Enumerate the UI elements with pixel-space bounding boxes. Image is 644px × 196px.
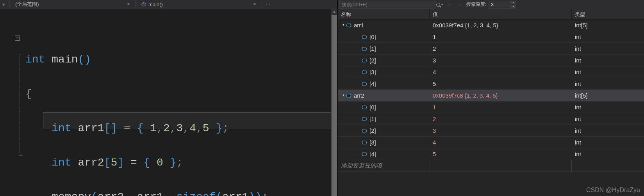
variable-icon xyxy=(362,152,367,157)
spinner-down-icon[interactable]: ▼ xyxy=(510,5,516,9)
scroll-thumb[interactable] xyxy=(332,15,337,196)
scroll-track[interactable] xyxy=(331,15,337,196)
variable-icon xyxy=(362,105,367,110)
variable-name: arr1 xyxy=(354,22,364,29)
variable-icon xyxy=(362,35,367,39)
variable-icon xyxy=(362,58,367,63)
variable-name: [2] xyxy=(369,127,376,134)
variable-name: arr2 xyxy=(354,92,364,99)
editor-body: − int main() { int arr1[] = { 1,2,3,4,5 … xyxy=(0,9,337,196)
variable-type: int xyxy=(572,69,644,75)
scope-dropdown[interactable]: (全局范围) xyxy=(12,0,133,9)
watch-row[interactable]: [4]5int xyxy=(338,78,644,90)
variable-value: 0x0039f7e4 {1, 2, 3, 4, 5} xyxy=(430,22,572,29)
watch-header: 名称 值 类型 xyxy=(338,9,644,20)
variable-icon xyxy=(362,70,367,75)
function-dropdown[interactable]: main() xyxy=(138,0,259,9)
watch-pane: ← → 搜索深度: ▲ ▼ 名称 值 类型 arr10x0039f7e4 {1,… xyxy=(338,0,644,196)
variable-value: 5 xyxy=(430,151,572,157)
watch-row[interactable]: [3]4int xyxy=(338,66,644,78)
nav-next-icon[interactable]: → xyxy=(455,1,462,8)
watch-row[interactable]: [2]3int xyxy=(338,125,644,137)
search-icon xyxy=(436,3,440,7)
variable-icon xyxy=(362,46,367,51)
column-header-name[interactable]: 名称 xyxy=(338,9,430,19)
search-button[interactable] xyxy=(435,1,444,9)
variable-name: [1] xyxy=(369,45,376,52)
variable-type: int xyxy=(572,116,644,122)
depth-label: 搜索深度: xyxy=(466,1,486,8)
variable-type: int xyxy=(572,45,644,52)
spinner-up-icon[interactable]: ▲ xyxy=(510,1,516,5)
nav-prev-icon[interactable]: ← xyxy=(447,1,454,8)
add-watch-row[interactable]: 添加要监视的项 xyxy=(338,160,644,172)
expander-icon[interactable] xyxy=(340,93,345,98)
variable-type: int xyxy=(572,34,644,40)
watch-row[interactable]: arr10x0039f7e4 {1, 2, 3, 4, 5}int[5] xyxy=(338,20,644,31)
variable-name: [4] xyxy=(369,151,376,157)
variable-name: [0] xyxy=(369,104,376,110)
variable-name: [3] xyxy=(369,139,376,146)
editor-toolbar: ▾ (全局范围) main() ↔ xyxy=(0,0,337,9)
variable-icon xyxy=(346,23,351,28)
variable-value: 0x0039f7c8 {1, 2, 3, 4, 5} xyxy=(430,92,572,99)
watch-row[interactable]: [1]2int xyxy=(338,43,644,55)
variable-name: [1] xyxy=(369,116,376,122)
variable-type: int[5] xyxy=(572,22,644,29)
watch-body: arr10x0039f7e4 {1, 2, 3, 4, 5}int[5][0]1… xyxy=(338,20,644,196)
nav-back-icon[interactable]: ▾ xyxy=(0,1,7,8)
add-watch-label: 添加要监视的项 xyxy=(338,162,430,169)
variable-type: int xyxy=(572,127,644,134)
variable-type: int xyxy=(572,151,644,157)
watch-row[interactable]: [2]3int xyxy=(338,55,644,66)
variable-name: [2] xyxy=(369,57,376,64)
column-header-type[interactable]: 类型 xyxy=(572,9,644,19)
function-label: main() xyxy=(148,2,163,7)
chevron-down-icon xyxy=(441,4,443,5)
variable-type: int xyxy=(572,104,644,110)
depth-input[interactable] xyxy=(489,1,510,9)
variable-value: 3 xyxy=(430,57,572,64)
cube-icon xyxy=(141,2,146,7)
variable-type: int xyxy=(572,80,644,87)
chevron-down-icon xyxy=(253,4,256,5)
variable-value: 5 xyxy=(430,80,572,87)
editor-pane: ▾ (全局范围) main() ↔ − int main() { int arr… xyxy=(0,0,338,196)
variable-value: 4 xyxy=(430,69,572,75)
scope-label: (全局范围) xyxy=(15,1,39,8)
watch-row[interactable]: arr20x0039f7c8 {1, 2, 3, 4, 5}int[5] xyxy=(338,90,644,102)
fold-toggle[interactable]: − xyxy=(15,36,20,41)
variable-value: 4 xyxy=(430,139,572,146)
variable-type: int xyxy=(572,57,644,64)
variable-type: int xyxy=(572,139,644,146)
watch-row[interactable]: [3]4int xyxy=(338,137,644,148)
variable-icon xyxy=(362,128,367,133)
search-input[interactable] xyxy=(339,1,435,9)
variable-name: [4] xyxy=(369,80,376,87)
scroll-up-icon[interactable]: ▲ xyxy=(331,9,337,15)
vertical-scrollbar[interactable]: ▲ ▼ xyxy=(331,9,337,196)
chevron-down-icon xyxy=(127,4,130,5)
code-area[interactable]: int main() { int arr1[] = { 1,2,3,4,5 };… xyxy=(21,9,331,196)
variable-icon xyxy=(346,93,351,98)
variable-value: 2 xyxy=(430,45,572,52)
gutter: − xyxy=(0,9,21,196)
variable-icon xyxy=(362,117,367,121)
fold-guide xyxy=(20,54,20,155)
watch-row[interactable]: [1]2int xyxy=(338,113,644,125)
variable-value: 2 xyxy=(430,116,572,122)
variable-value: 3 xyxy=(430,127,572,134)
variable-value: 1 xyxy=(430,104,572,110)
column-header-value[interactable]: 值 xyxy=(430,9,572,19)
variable-name: [0] xyxy=(369,34,376,40)
swap-panes-button[interactable]: ↔ xyxy=(264,1,271,8)
watch-row[interactable]: [4]5int xyxy=(338,148,644,160)
watch-toolbar: ← → 搜索深度: ▲ ▼ xyxy=(338,0,644,9)
expander-icon[interactable] xyxy=(340,23,345,28)
watch-row[interactable]: [0]1int xyxy=(338,31,644,43)
variable-name: [3] xyxy=(369,69,376,75)
depth-spinner[interactable]: ▲ ▼ xyxy=(510,1,516,9)
variable-icon xyxy=(362,140,367,145)
watch-row[interactable]: [0]1int xyxy=(338,102,644,113)
variable-type: int[5] xyxy=(572,92,644,99)
